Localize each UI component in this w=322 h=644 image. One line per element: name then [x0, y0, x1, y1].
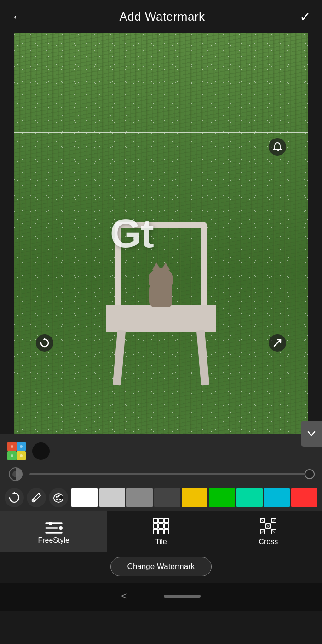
freestyle-icon: [44, 519, 63, 534]
watermark-settings-icon[interactable]: [269, 138, 286, 156]
svg-point-25: [59, 495, 63, 499]
guide-line-top: [14, 132, 308, 133]
swatch-lightgray[interactable]: [99, 488, 126, 507]
cat-prop: [145, 268, 177, 307]
opacity-slider-row: [0, 464, 322, 484]
swatch-teal[interactable]: [236, 488, 263, 507]
nav-back-button[interactable]: <: [121, 590, 127, 602]
panel-toggle-button[interactable]: [301, 421, 322, 447]
reset-icon: [8, 492, 20, 504]
swatch-gray[interactable]: [126, 488, 153, 507]
svg-point-10: [11, 445, 13, 448]
svg-rect-36: [164, 524, 169, 528]
page-title: Add Watermark: [119, 10, 205, 24]
selected-color-dot[interactable]: [32, 442, 50, 460]
rotate-handle[interactable]: [36, 334, 53, 352]
swatch-white[interactable]: [71, 488, 98, 507]
svg-rect-34: [153, 524, 158, 528]
svg-point-29: [59, 526, 63, 530]
nav-home-pill[interactable]: [164, 595, 201, 598]
swatch-red[interactable]: [291, 488, 317, 507]
swatch-yellow[interactable]: [182, 488, 208, 507]
tab-tile[interactable]: Tile: [107, 511, 214, 552]
opacity-icon: [7, 466, 24, 482]
bell-icon: [272, 142, 282, 152]
freestyle-label: FreeStyle: [38, 536, 69, 545]
color-swatches: [71, 488, 317, 507]
resize-handle[interactable]: [269, 334, 286, 352]
controls-panel: [0, 434, 322, 511]
svg-line-1: [274, 340, 281, 346]
change-watermark-row: Change Watermark: [0, 552, 322, 583]
svg-point-5: [277, 149, 279, 151]
reset-tool-button[interactable]: [5, 488, 24, 507]
change-watermark-button[interactable]: Change Watermark: [110, 557, 212, 576]
nav-bar: <: [0, 583, 322, 611]
tile-label: Tile: [155, 538, 167, 546]
svg-point-24: [56, 499, 58, 500]
svg-point-11: [20, 445, 23, 448]
image-canvas[interactable]: Gt: [14, 33, 308, 434]
svg-point-13: [20, 454, 23, 457]
eyedropper-icon: [30, 492, 42, 504]
swatch-green[interactable]: [209, 488, 235, 507]
watermark-text[interactable]: Gt: [110, 210, 153, 257]
tools-and-swatches-row: [0, 484, 322, 511]
confirm-button[interactable]: ✓: [299, 9, 311, 25]
opacity-slider-track[interactable]: [29, 473, 315, 475]
svg-rect-32: [159, 518, 163, 523]
color-row: [0, 438, 322, 464]
header: ← Add Watermark ✓: [0, 0, 322, 33]
guide-line-bottom: [14, 360, 308, 360]
swatch-darkgray[interactable]: [154, 488, 180, 507]
tab-freestyle[interactable]: FreeStyle: [0, 511, 107, 552]
svg-rect-35: [159, 524, 163, 528]
rotate-icon: [40, 338, 50, 348]
svg-rect-38: [159, 529, 163, 534]
color-picker-icon[interactable]: [7, 442, 26, 460]
cross-label: Cross: [259, 538, 278, 546]
swatch-cyan[interactable]: [264, 488, 290, 507]
svg-point-12: [11, 454, 13, 457]
resize-icon: [272, 338, 282, 348]
back-button[interactable]: ←: [11, 9, 25, 24]
eyedropper-tool-button[interactable]: [27, 488, 46, 507]
svg-point-15: [12, 471, 19, 477]
chevron-down-icon: [306, 429, 316, 439]
svg-rect-37: [153, 529, 158, 534]
svg-rect-39: [164, 529, 169, 534]
cross-icon: [259, 517, 277, 535]
tile-icon: [152, 517, 170, 535]
svg-rect-31: [153, 518, 158, 523]
svg-line-18: [39, 493, 40, 495]
tab-bar: FreeStyle Tile: [0, 511, 322, 552]
opacity-slider-thumb[interactable]: [305, 469, 315, 479]
svg-rect-33: [164, 518, 169, 523]
svg-point-30: [49, 522, 52, 525]
palette-tool-button[interactable]: [49, 488, 68, 507]
palette-icon: [52, 492, 64, 504]
svg-point-20: [56, 496, 58, 498]
tab-cross[interactable]: Cross: [215, 511, 322, 552]
